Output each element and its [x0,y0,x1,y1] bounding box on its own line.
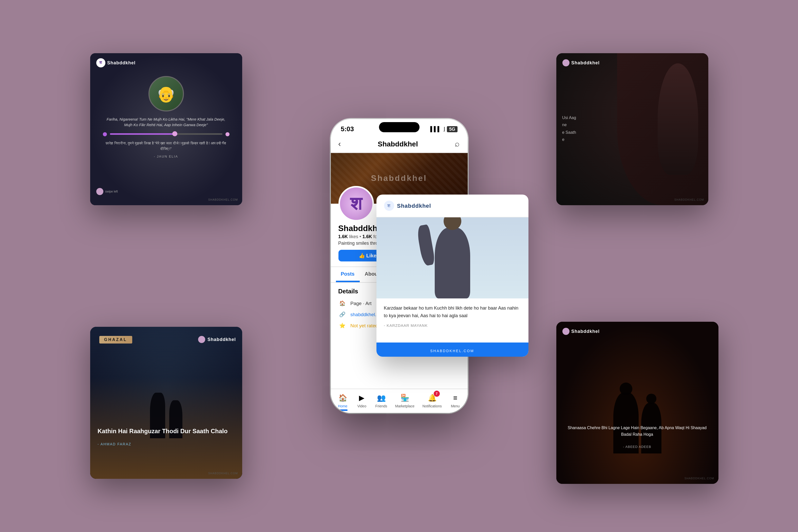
likes-count: 1.6K [338,234,348,239]
nav-friends[interactable]: 👥 Friends [376,392,387,408]
brand-logo-bottom-tl [96,188,103,195]
brand-logo-tl: श [96,58,105,68]
page-type-text: Page · Art [350,300,372,306]
marketplace-icon: 🏪 [399,392,411,403]
poet-avatar-tl: 👴 [148,76,184,112]
page-icon: 🏠 [338,299,346,307]
poem-text-tr: Usi Aag ne e Saath e [562,114,576,144]
poem-text-br: Shanaasa Chehre Bhi Lagne Lage Hain Bega… [564,424,710,438]
audio-bar-tl [97,132,234,136]
nav-video-label: Video [357,404,366,408]
card-ghazal-bottom-left: GHAZAL Shabddkhel Kathin Hai Raahguzar T… [90,327,242,479]
poem-line-2-tr: ne [562,122,576,129]
link-icon: 🔗 [338,310,346,318]
fb-back-button[interactable]: ‹ [338,139,341,149]
main-scene: श Shabddkhel 👴 Fariha, Nigareena! Tum Ne… [0,0,798,532]
profile-avatar: श [338,186,374,222]
cards-wrapper: श Shabddkhel 👴 Fariha, Nigareena! Tum Ne… [70,38,728,494]
audio-dot-left [102,132,107,136]
notifications-badge: 7 [434,391,440,397]
card-poetry-top-left: श Shabddkhel 👴 Fariha, Nigareena! Tum Ne… [90,53,242,205]
brand-logo-br [562,328,569,335]
url-tr: SHABDDKHEL.COM [674,198,704,201]
brand-name-tr: Shabddkhel [571,60,600,65]
battery-icon: 5G [447,126,457,132]
brand-tr: Shabddkhel [562,59,600,66]
video-icon: ▶ [356,392,367,403]
signal-icon: ▌▌▌ [430,126,441,132]
quote-poem-author: - KARZDAAR MAYANK [384,323,520,327]
brand-logo-tr [562,59,569,66]
status-icons: ▌▌▌ ⌋ 5G [430,126,457,132]
brand-name-bl: Shabddkhel [208,337,236,342]
nav-friends-label: Friends [376,404,387,408]
qc-brand-name: Shabddkhel [397,203,431,209]
audio-progress [110,133,222,135]
avatar-character: श [350,193,362,214]
star-icon: ⭐ [338,321,346,329]
brand-logo-bl [198,336,206,343]
tab-posts[interactable]: Posts [336,267,360,282]
url-br: SHABDDKHEL.COM [684,477,714,480]
status-bar: 5:03 ▌▌▌ ⌋ 5G [330,119,468,135]
poet-credit-bl: - AHMAD FARAZ [97,442,131,446]
nav-video[interactable]: ▶ Video [356,392,367,408]
fb-page-title: Shabddkhel [341,140,455,148]
swipe-text-tl: swipe left [105,190,118,193]
url-bl: SHABDDKHEL.COM [208,472,238,475]
poet-credit-br: - ABEED ADEEB [564,445,710,449]
quote-card-header: श Shabddkhel [376,194,528,217]
poem-english-tl: Fariha, Nigareena! Tum Ne Mujh Ko Likha … [97,116,234,128]
nav-marketplace-label: Marketplace [395,404,415,408]
poem-line-4-tr: e [562,136,576,144]
nav-menu-label: Menu [451,404,460,408]
poem-hindi-tl: फ़ारेहा निग़ारीना, तुमने मुझको लिखा है "… [97,140,234,152]
poet-name-tl: - JAUN ELIA [154,154,178,158]
url-tl: SHABDDKHEL.COM [208,198,238,201]
dynamic-island [379,122,419,132]
poem-line-3-tr: e Saath [562,129,576,136]
nav-menu[interactable]: ≡ Menu [450,392,461,408]
poem-text-bl: Kathin Hai Raahguzar Thodi Dur Saath Cha… [97,426,228,436]
quote-card-overlay: श Shabddkhel Karzdaar bekaar ho tum Kuch… [376,194,528,357]
card-woman-top-right: Shabddkhel Usi Aag ne e Saath e SHABDDKH… [556,53,708,205]
home-icon: 🏠 [337,392,348,403]
qc-brand-logo: श [384,201,394,211]
notifications-icon: 🔔 7 [426,392,438,403]
brand-name-tl: Shabddkhel [107,60,135,65]
nav-notifications[interactable]: 🔔 7 Notifications [422,392,441,408]
brand-bl: Shabddkhel [198,336,236,343]
audio-dot-right [225,132,229,136]
nav-notifications-label: Notifications [422,404,441,408]
bottom-brand-tl: swipe left [96,188,118,195]
wifi-icon: ⌋ [443,126,445,132]
quote-poem-text: Karzdaar bekaar ho tum Kuchh bhi likh de… [384,304,520,320]
brand-name-br: Shabddkhel [571,329,600,334]
friends-icon: 👥 [376,392,387,403]
nav-home-label: Home [338,404,347,408]
quote-footer: SHABDDKHEL.COM [376,342,528,357]
ghazal-tag: GHAZAL [99,336,132,343]
poem-line-1-tr: Usi Aag [562,114,576,122]
quote-text-area: Karzdaar bekaar ho tum Kuchh bhi likh de… [376,299,528,342]
nav-marketplace[interactable]: 🏪 Marketplace [395,392,415,408]
nav-home[interactable]: 🏠 Home [337,392,348,408]
quote-image-area [376,217,528,299]
audio-thumb [172,131,177,136]
status-time: 5:03 [341,125,354,133]
fb-nav-bar: ‹ Shabddkhel ⌕ [330,135,468,153]
quote-card-inner: श Shabddkhel Karzdaar bekaar ho tum Kuch… [376,194,528,357]
followers-count: 1.6K [362,234,372,239]
fb-search-icon[interactable]: ⌕ [455,139,460,149]
quote-footer-text: SHABDDKHEL.COM [430,349,474,353]
brand-top-left: श Shabddkhel [96,58,135,68]
card-dark-bottom-right: Shabddkhel Shanaasa Chehre Bhi Lagne Lag… [556,322,718,484]
bottom-nav: 🏠 Home ▶ Video 👥 Friends 🏪 Marketplace [330,388,468,413]
menu-icon: ≡ [450,392,461,403]
brand-br: Shabddkhel [562,328,600,335]
